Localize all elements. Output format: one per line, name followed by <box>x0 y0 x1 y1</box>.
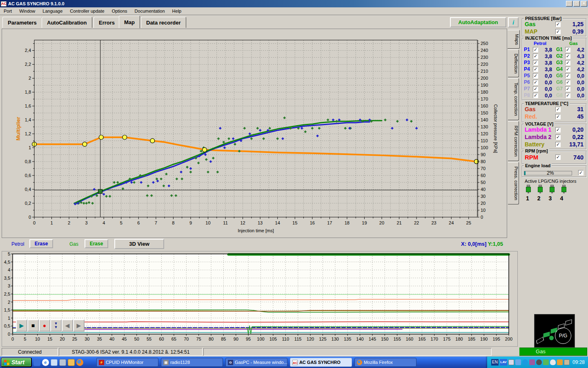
start-button[interactable]: Start <box>1 357 32 367</box>
petrol-channel-checkbox[interactable]: ✓ <box>533 60 538 65</box>
menu-documentation[interactable]: Documentation <box>131 8 169 14</box>
lav-tray-icon[interactable]: LAV <box>500 359 507 366</box>
voltage-group: VOLTAGE [V] Lambda 1 ✓ 0,20 Lambda 2 ✓ 0… <box>522 124 586 149</box>
side-tab-maps[interactable]: Maps <box>508 30 520 49</box>
camera-tray-icon[interactable] <box>564 359 570 365</box>
taskbar-clock: 09:28 <box>572 359 585 365</box>
svg-text:200: 200 <box>505 337 512 341</box>
petrol-channel-checkbox[interactable]: ✓ <box>533 54 538 59</box>
gas-channel-checkbox[interactable]: ✓ <box>565 54 570 59</box>
menu-help[interactable]: Help <box>169 8 185 14</box>
calculator-icon[interactable] <box>59 359 66 366</box>
stop-button[interactable]: ■ <box>27 319 39 332</box>
internet-explorer-icon[interactable]: e <box>42 359 49 366</box>
maximize-button[interactable]: □ <box>573 1 580 7</box>
svg-text:2: 2 <box>8 300 10 305</box>
menu-language[interactable]: Language <box>39 8 66 14</box>
side-tab-press-correction[interactable]: Press. correction <box>508 162 519 204</box>
svg-text:135: 135 <box>344 337 351 341</box>
show-desktop-icon[interactable] <box>51 359 58 366</box>
gas-channel-checkbox[interactable]: ✓ <box>565 80 570 85</box>
step-forward-button[interactable]: ▶ <box>73 319 85 332</box>
autoadaptation-button[interactable]: AutoAdaptation <box>450 17 506 27</box>
gas-info-icon[interactable]: i <box>508 17 519 27</box>
menu-options[interactable]: Options <box>108 8 131 14</box>
menu-window[interactable]: Window <box>16 8 39 14</box>
pressure-map-checkbox[interactable]: ✓ <box>555 29 561 34</box>
menu-port[interactable]: Port <box>0 8 16 14</box>
petrol-channel-checkbox[interactable]: ✓ <box>533 73 538 79</box>
tab-errors[interactable]: Errors <box>94 17 120 28</box>
menu-controller-update[interactable]: Controller update <box>66 8 108 14</box>
close-button[interactable]: × <box>581 1 587 7</box>
gas-channel-checkbox[interactable]: ✓ <box>565 47 570 52</box>
side-tab-deflection[interactable]: Deflection <box>508 49 519 77</box>
petrol-curve <box>75 122 370 204</box>
svg-text:1,6: 1,6 <box>25 103 31 108</box>
petrol-channel-checkbox[interactable]: ✓ <box>533 47 538 52</box>
taskbar-button-radio1128[interactable]: ▤ radio1128 <box>161 358 223 367</box>
petrol-channel-checkbox[interactable]: ✓ <box>533 86 538 92</box>
petrol-channel-checkbox[interactable]: ✓ <box>533 67 538 72</box>
petrol-gas-switch[interactable]: P/G <box>555 328 571 344</box>
mail-quicklaunch-icon[interactable] <box>33 359 40 366</box>
taskbar-button-ac-gas-synchro[interactable]: AC AC GAS SYNCHRO <box>290 358 352 367</box>
tab-parameters[interactable]: Parameters <box>2 17 42 28</box>
taskbar-button-firefox[interactable]: Mozilla Firefox <box>354 358 416 367</box>
petrol-channel-checkbox[interactable]: ✓ <box>533 80 538 85</box>
engine-load-title: Engine load <box>524 163 552 168</box>
folder-icon[interactable] <box>68 359 75 366</box>
gas-channel-checkbox[interactable]: ✓ <box>565 93 570 98</box>
play-button[interactable]: ▶ <box>16 319 27 332</box>
gas-erase-button[interactable]: Erase <box>85 239 108 248</box>
taskbar-button-gaspc[interactable]: G GasPC - Measure windo... <box>225 358 287 367</box>
gas-channel-value: 0,0 <box>570 79 584 85</box>
tab-map[interactable]: Map <box>119 16 140 28</box>
temp-red-checkbox[interactable]: ✓ <box>555 114 561 119</box>
status-spacer <box>203 348 492 356</box>
tab-data-recorder[interactable]: Data recorder <box>141 17 186 28</box>
gas-channel-checkbox[interactable]: ✓ <box>565 60 570 65</box>
display-tray-icon[interactable] <box>529 359 535 365</box>
petrol-erase-button[interactable]: Erase <box>29 239 53 248</box>
record-button[interactable]: ● <box>39 319 50 332</box>
3d-view-button[interactable]: 3D View <box>114 239 164 249</box>
gas-channel-checkbox[interactable]: ✓ <box>565 67 570 72</box>
volume-tray-icon[interactable] <box>536 359 542 365</box>
gas-channel-checkbox[interactable]: ✓ <box>565 73 570 79</box>
fuel-level-indicator[interactable]: P/G <box>534 314 575 348</box>
temp-gas-checkbox[interactable]: ✓ <box>555 107 561 112</box>
svg-text:140: 140 <box>481 117 488 122</box>
lambda1-checkbox[interactable]: ✓ <box>555 127 561 132</box>
engine-load-checkbox[interactable]: ✓ <box>578 170 584 175</box>
side-tab-temp-correction[interactable]: Temp. correction <box>508 78 519 120</box>
battery-checkbox[interactable]: ✓ <box>555 142 561 147</box>
pressure-map-label: MAP <box>525 28 537 35</box>
firefox-quicklaunch-icon[interactable] <box>76 359 83 366</box>
step-back-button[interactable]: ◀ <box>62 319 73 332</box>
taskbar-button-hwmonitor[interactable]: ⚡ CPUID HWMonitor <box>96 358 158 367</box>
language-indicator[interactable]: EN <box>491 359 499 366</box>
device-info: STAG-300-6 ISA2 ver. 9.1 4.0.0 24.8.2012… <box>59 348 203 356</box>
pressure-gas-checkbox[interactable]: ✓ <box>555 22 561 27</box>
lambda2-checkbox[interactable]: ✓ <box>555 135 561 140</box>
tab-autocalibration[interactable]: AutoCalibration <box>42 17 92 28</box>
svg-text:8: 8 <box>172 220 174 225</box>
mouse-tray-icon[interactable] <box>550 359 556 365</box>
petrol-channel-checkbox[interactable]: ✓ <box>533 93 538 98</box>
media-tray-icon[interactable] <box>508 359 514 365</box>
side-tab-rpm-correction[interactable]: RPM correction <box>508 121 519 161</box>
network-tray-icon[interactable] <box>515 359 521 365</box>
user-tray-icon[interactable] <box>557 359 563 365</box>
injectors-title: Active LPG/CNG injectors <box>523 179 578 184</box>
jump-end-button[interactable]: ▼ ▼ <box>50 319 62 332</box>
rpm-checkbox[interactable]: ✓ <box>555 155 561 160</box>
svg-text:120: 120 <box>481 131 488 136</box>
antivirus-tray-icon[interactable] <box>543 359 549 365</box>
minimize-button[interactable]: _ <box>566 1 572 7</box>
map-chart[interactable]: 0123456789101112131415161718192021222324… <box>2 29 507 238</box>
taskbar-button-label: AC GAS SYNCHRO <box>299 360 341 365</box>
petrol-channel-value: 0,0 <box>538 86 552 92</box>
teamviewer-tray-icon[interactable] <box>522 359 528 365</box>
gas-channel-checkbox[interactable]: ✓ <box>565 86 570 92</box>
